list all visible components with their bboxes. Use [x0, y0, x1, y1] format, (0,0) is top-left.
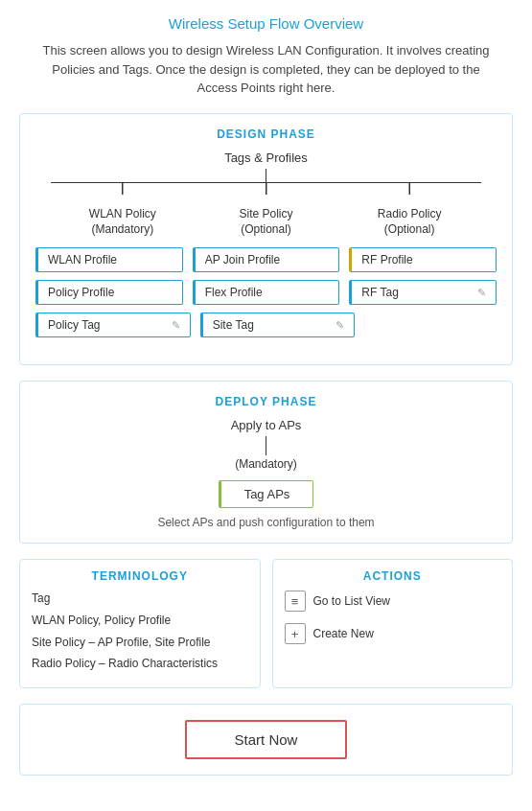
deploy-vertical-line	[266, 436, 266, 455]
design-phase-section: DESIGN PHASE Tags & Profiles WLAN Policy…	[19, 113, 513, 366]
rf-profile-box[interactable]: RF Profile	[349, 247, 497, 272]
policy-tag-edit-icon[interactable]: ✎	[172, 319, 180, 332]
start-now-section: Start Now	[19, 704, 513, 776]
branch-label-site: Site Policy(Optional)	[239, 195, 292, 239]
select-aps-text: Select APs and push configuration to the…	[35, 516, 497, 529]
actions-box: ACTIONS ≡ Go to List View + Create New	[272, 559, 514, 688]
flex-profile-box[interactable]: Flex Profile	[193, 280, 340, 305]
branch-label-wlan: WLAN Policy(Mandatory)	[89, 195, 156, 239]
intro-text: This screen allows you to design Wireles…	[19, 41, 513, 98]
terminology-header: TERMINOLOGY	[32, 569, 248, 583]
go-to-list-view-label: Go to List View	[313, 594, 390, 608]
create-new-action[interactable]: + Create New	[285, 623, 501, 644]
create-new-label: Create New	[313, 627, 374, 640]
design-phase-header: DESIGN PHASE	[35, 127, 497, 141]
create-new-icon: +	[285, 623, 306, 644]
deploy-phase-header: DEPLOY PHASE	[35, 395, 497, 408]
actions-header: ACTIONS	[285, 569, 501, 583]
branch-wlan-policy: WLAN Policy(Mandatory)	[51, 183, 195, 248]
tag-aps-box[interactable]: Tag APs	[219, 480, 314, 508]
go-to-list-view-action[interactable]: ≡ Go to List View	[285, 591, 501, 612]
policy-tag-box[interactable]: Policy Tag ✎	[35, 313, 191, 337]
page-title: Wireless Setup Flow Overview	[19, 15, 513, 32]
branch-label-radio: Radio Policy(Optional)	[378, 195, 442, 239]
policy-profile-box[interactable]: Policy Profile	[35, 280, 183, 305]
deploy-mandatory-label: (Mandatory)	[35, 457, 497, 471]
ap-join-profile-box[interactable]: AP Join Profile	[193, 247, 340, 272]
profile-row-1: WLAN Profile AP Join Profile RF Profile	[35, 247, 497, 272]
list-view-icon: ≡	[285, 591, 306, 612]
site-tag-box[interactable]: Site Tag ✎	[200, 313, 356, 337]
term-item-1: Tag	[32, 591, 248, 607]
term-item-2: WLAN Policy, Policy Profile	[32, 613, 248, 629]
term-item-4: Radio Policy – Radio Characteristics	[32, 656, 248, 672]
bottom-section: TERMINOLOGY Tag WLAN Policy, Policy Prof…	[19, 559, 513, 688]
wlan-profile-box[interactable]: WLAN Profile	[35, 247, 183, 272]
terminology-box: TERMINOLOGY Tag WLAN Policy, Policy Prof…	[19, 559, 261, 688]
tags-profiles-tree: Tags & Profiles WLAN Policy(Mandatory) S…	[35, 151, 497, 338]
branch-site-policy: Site Policy(Optional)	[195, 183, 338, 248]
deploy-phase-section: DEPLOY PHASE Apply to APs (Mandatory) Ta…	[19, 381, 513, 544]
site-tag-edit-icon[interactable]: ✎	[335, 319, 344, 332]
tag-aps-wrapper: Tag APs	[35, 480, 497, 508]
rf-tag-edit-icon[interactable]: ✎	[477, 287, 486, 299]
term-item-3: Site Policy – AP Profile, Site Profile	[32, 635, 248, 651]
branch-radio-policy: Radio Policy(Optional)	[337, 183, 481, 248]
deploy-content: Apply to APs (Mandatory) Tag APs Select …	[35, 418, 497, 529]
tree-root-label: Tags & Profiles	[35, 151, 497, 165]
rf-tag-box[interactable]: RF Tag ✎	[349, 280, 497, 305]
apply-aps-label: Apply to APs	[35, 418, 497, 432]
profile-row-2: Policy Profile Flex Profile RF Tag ✎	[35, 280, 497, 305]
start-now-button[interactable]: Start Now	[185, 720, 348, 759]
profile-row-3: Policy Tag ✎ Site Tag ✎	[35, 313, 497, 337]
